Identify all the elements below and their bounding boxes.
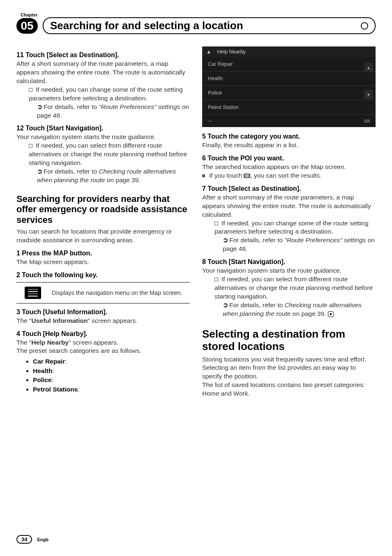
scroll-down-icon: ▾ [364,90,373,99]
chapter-number: 05 [16,18,38,34]
step-11-note: If needed, you can change some of the ro… [29,86,190,103]
sort-icon [244,174,250,178]
list-item: Car Repair: [33,357,190,366]
screenshot-row: Health [202,72,376,86]
section-heading-stored: Selecting a destination from stored loca… [202,328,376,353]
step-5-body: Finally, the results appear in a list. [202,141,376,150]
scroll-up-icon: ▴ [364,63,373,72]
stored-body-3: The list of saved locations contains two… [202,381,376,398]
stored-body-2: Selecting an item from the list provides… [202,364,376,381]
note-icon [214,278,218,281]
page-header: 05 Searching for and selecting a locatio… [16,17,376,34]
step-6-body: The searched location appears on the Map… [202,163,376,171]
help-nearby-screenshot: ▲Help Nearby Car Repair▴ Health Police▾ … [202,46,376,127]
screenshot-header: ▲Help Nearby [202,46,376,57]
menu-icon [25,287,41,299]
chapter-label: Chapter [21,12,376,17]
step-11-body: After a short summary of the route param… [16,60,190,86]
list-item: Police: [33,375,190,385]
step-11-ref: ➲For details, refer to "Route Preference… [37,103,190,120]
note-icon [214,222,218,225]
step-5-title: 5 Touch the category you want. [202,133,376,140]
right-column: ▲Help Nearby Car Repair▴ Health Police▾ … [202,46,376,398]
step-3-body: The "Useful Information" screen appears. [16,317,190,325]
step-8-body: Your navigation system starts the route … [202,266,376,275]
step-7-title: 7 Touch [Select as Destination]. [202,185,376,192]
step-7-note: If needed, you can change some of the ro… [214,219,376,236]
step-6-title: 6 Touch the POI you want. [202,155,376,162]
step-4-title: 4 Touch [Help Nearby]. [16,330,190,338]
step-12-title: 12 Touch [Start Navigation]. [16,125,190,132]
step-8-note: If needed, you can select from different… [214,275,376,301]
step-7-ref: ➲For details, refer to "Route Preference… [223,236,376,253]
back-arrow-icon: ← [208,118,213,124]
step-6-note: If you touch , you can sort the results. [202,171,376,180]
category-list: Car Repair: Health: Police: Petrol Stati… [33,357,190,394]
page-number: 34 [16,535,32,544]
section-body: You can search for locations that provid… [16,227,190,245]
step-12-note: If needed, you can select from different… [29,141,190,167]
screenshot-row: Car Repair▴ [202,57,376,72]
screenshot-footer: ←⌨ [202,115,376,127]
step-11-title: 11 Touch [Select as Destination]. [16,51,190,59]
keyboard-icon: ⌨ [364,119,370,123]
page-footer: 34 Engb [16,535,48,544]
up-triangle-icon: ▲ [206,49,211,55]
list-item: Petrol Stations: [33,385,190,394]
left-column: 11 Touch [Select as Destination]. After … [16,46,190,398]
square-bullet-icon [202,174,205,177]
stored-body-1: Storing locations you visit frequently s… [202,355,376,364]
section-end-icon [328,311,334,317]
ref-arrow-icon: ➲ [223,236,228,245]
screenshot-row: Petrol Station [202,100,376,115]
note-icon [29,144,32,148]
ref-arrow-icon: ➲ [223,301,228,310]
language-code: Engb [37,537,48,542]
step-12-body: Your navigation system starts the route … [16,133,190,141]
header-title-container: Searching for and selecting a location [43,17,376,34]
step-4-body2: The preset search categories are as foll… [16,347,190,355]
note-icon [29,88,32,92]
step-7-body: After a short summary of the route param… [202,193,376,219]
ref-arrow-icon: ➲ [37,103,42,111]
step-3-title: 3 Touch [Useful Information]. [16,308,190,316]
step-2-title: 2 Touch the following key. [16,271,190,279]
step-8-ref: ➲For details, refer to Checking route al… [223,301,376,318]
section-heading-providers: Searching for providers nearby that offe… [16,194,190,225]
step-1-body: The Map screen appears. [16,258,190,266]
list-item: Health: [33,366,190,375]
key-table: Displays the navigation menu on the Map … [16,282,190,303]
step-1-title: 1 Press the MAP button. [16,250,190,257]
key-icon-cell [16,283,49,303]
screenshot-row: Police▾ [202,86,376,100]
key-desc: Displays the navigation menu on the Map … [49,286,185,299]
header-end-cap [361,22,368,30]
step-12-ref: ➲For details, refer to Checking route al… [37,167,190,185]
header-title: Searching for and selecting a location [50,19,361,32]
step-4-body1: The "Help Nearby" screen appears. [16,338,190,347]
step-8-title: 8 Touch [Start Navigation]. [202,258,376,266]
ref-arrow-icon: ➲ [37,167,42,176]
